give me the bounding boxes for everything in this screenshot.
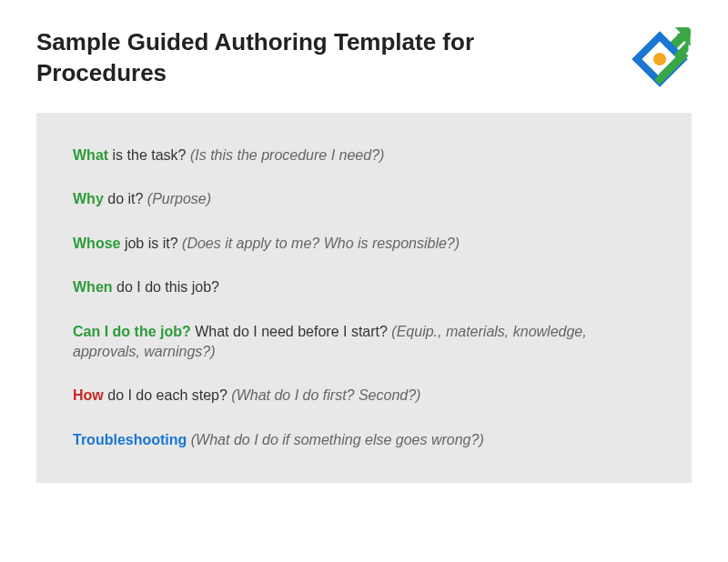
header: Sample Guided Authoring Template for Pro… bbox=[36, 27, 692, 91]
question-text: is the task? bbox=[108, 147, 190, 163]
question-text: do it? bbox=[104, 191, 147, 206]
hint-text: (Purpose) bbox=[147, 191, 211, 206]
logo bbox=[628, 27, 692, 91]
hint-text: (What do I do if something else goes wro… bbox=[191, 432, 484, 447]
keyword: Whose bbox=[73, 236, 120, 251]
keyword: Troubleshooting bbox=[73, 432, 187, 447]
hint-text: (What do I do first? Second?) bbox=[231, 387, 420, 403]
template-item: Whose job is it? (Does it apply to me? W… bbox=[73, 234, 655, 254]
hint-text: (Does it apply to me? Who is responsible… bbox=[182, 236, 460, 251]
keyword: How bbox=[73, 387, 104, 403]
keyword: Can I do the job? bbox=[73, 324, 191, 339]
question-text: do I do each step? bbox=[104, 387, 232, 403]
template-item: What is the task? (Is this the procedure… bbox=[73, 146, 655, 166]
hint-text: (Is this the procedure I need?) bbox=[190, 147, 384, 163]
template-item: How do I do each step? (What do I do fir… bbox=[73, 386, 655, 406]
logo-icon bbox=[628, 27, 692, 91]
question-text: do I do this job? bbox=[113, 279, 219, 295]
template-item: When do I do this job? bbox=[73, 277, 655, 297]
question-text: What do I need before I start? bbox=[191, 324, 392, 339]
keyword: What bbox=[73, 147, 108, 163]
content-box: What is the task? (Is this the procedure… bbox=[36, 113, 692, 483]
template-item: Troubleshooting (What do I do if somethi… bbox=[73, 430, 655, 450]
page-title: Sample Guided Authoring Template for Pro… bbox=[36, 27, 491, 89]
template-item: Can I do the job? What do I need before … bbox=[73, 322, 655, 363]
template-item: Why do it? (Purpose) bbox=[73, 189, 655, 209]
keyword: Why bbox=[73, 191, 104, 206]
svg-point-9 bbox=[653, 53, 666, 65]
question-text: job is it? bbox=[120, 236, 182, 251]
keyword: When bbox=[73, 279, 113, 295]
